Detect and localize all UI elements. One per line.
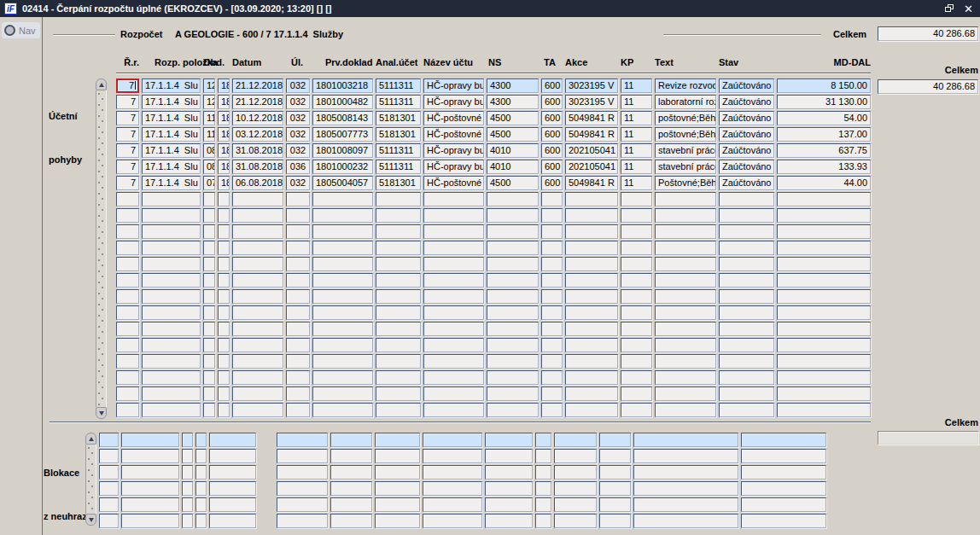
cell-empty[interactable]	[777, 354, 871, 369]
blokace-cell[interactable]	[209, 449, 256, 463]
cell-empty[interactable]	[286, 241, 310, 255]
blokace-cell[interactable]	[277, 514, 328, 528]
cell-empty[interactable]	[541, 273, 563, 288]
cell-empty[interactable]	[565, 387, 618, 401]
cell-empty[interactable]	[777, 305, 871, 320]
cell-empty[interactable]	[312, 273, 373, 288]
cell-rozp-polozka[interactable]: 17.1.1.4 Slu	[142, 111, 201, 125]
cell-empty[interactable]	[203, 370, 215, 385]
cell-empty[interactable]	[218, 192, 230, 206]
cell-ns[interactable]: 4010	[487, 143, 539, 158]
cell-empty[interactable]	[541, 241, 563, 255]
cell-stav[interactable]: Zaúčtováno	[719, 79, 774, 93]
cell-empty[interactable]	[232, 241, 283, 255]
cell-rozp-polozka[interactable]: 17.1.1.4 Slu	[142, 79, 201, 93]
cell-nazev-uctu[interactable]: HČ-poštovné	[423, 111, 484, 125]
cell-empty[interactable]	[286, 208, 310, 223]
blokace-cell[interactable]	[330, 465, 372, 480]
cell-empty[interactable]	[621, 289, 652, 304]
cell-rr[interactable]: 7	[116, 176, 139, 190]
cell-empty[interactable]	[541, 322, 563, 336]
cell-empty[interactable]	[232, 387, 283, 401]
cell-empty[interactable]	[203, 354, 215, 369]
cell-empty[interactable]	[423, 387, 484, 401]
cell-empty[interactable]	[203, 208, 215, 223]
cell-empty[interactable]	[541, 403, 563, 417]
cell-empty[interactable]	[116, 257, 139, 271]
blokace-cell[interactable]	[209, 497, 256, 512]
cell-rr[interactable]: 7	[116, 79, 139, 93]
cell-empty[interactable]	[423, 322, 484, 336]
cell-empty[interactable]	[203, 403, 215, 417]
scroll-up-button[interactable]	[85, 433, 96, 445]
blokace-cell[interactable]	[182, 514, 193, 528]
cell-akce[interactable]: 3023195 V	[565, 79, 618, 93]
blokace-cell[interactable]	[277, 449, 328, 463]
cell-rr[interactable]: 7	[116, 111, 139, 125]
cell-empty[interactable]	[203, 224, 215, 239]
cell-empty[interactable]	[232, 305, 283, 320]
cell-empty[interactable]	[203, 257, 215, 271]
cell-anal-ucet[interactable]: 5181301	[376, 111, 421, 125]
cell-ul[interactable]: 032	[286, 79, 310, 93]
blokace-cell[interactable]	[195, 497, 207, 512]
cell-empty[interactable]	[541, 257, 563, 271]
cell-empty[interactable]	[487, 403, 539, 417]
cell-empty[interactable]	[777, 208, 871, 223]
cell-empty[interactable]	[719, 208, 774, 223]
cell-empty[interactable]	[376, 289, 421, 304]
cell-obd-mesic[interactable]: 11	[203, 127, 215, 142]
blokace-cell[interactable]	[99, 497, 119, 512]
blokace-cell[interactable]	[375, 433, 420, 447]
cell-rozp-polozka[interactable]: 17.1.1.4 Slu	[142, 160, 201, 174]
cell-ta[interactable]: 600	[541, 111, 563, 125]
blokace-cell[interactable]	[535, 465, 551, 480]
blokace-cell[interactable]	[633, 497, 738, 512]
cell-nazev-uctu[interactable]: HČ-opravy bu	[423, 79, 484, 93]
cell-datum[interactable]: 06.08.2018	[232, 176, 283, 190]
cell-md-dal[interactable]: 31 130.00	[777, 95, 871, 109]
blokace-cell[interactable]	[599, 449, 631, 463]
blokace-cell[interactable]	[485, 465, 533, 480]
cell-empty[interactable]	[142, 403, 201, 417]
cell-nazev-uctu[interactable]: HČ-poštovné	[423, 176, 484, 190]
cell-empty[interactable]	[777, 273, 871, 288]
cell-empty[interactable]	[376, 354, 421, 369]
cell-datum[interactable]: 31.08.2018	[232, 160, 283, 174]
row-celkem-field[interactable]: 40 286.68	[878, 79, 978, 94]
blokace-cell[interactable]	[633, 514, 738, 528]
cell-ns[interactable]: 4300	[487, 79, 539, 93]
cell-empty[interactable]	[423, 370, 484, 385]
cell-empty[interactable]	[719, 354, 774, 369]
cell-empty[interactable]	[719, 289, 774, 304]
blokace-cell[interactable]	[375, 481, 420, 496]
cell-empty[interactable]	[719, 322, 774, 336]
cell-ul[interactable]: 032	[286, 111, 310, 125]
cell-empty[interactable]	[376, 370, 421, 385]
cell-empty[interactable]	[565, 273, 618, 288]
cell-empty[interactable]	[286, 403, 310, 417]
cell-ul[interactable]: 032	[286, 176, 310, 190]
cell-empty[interactable]	[218, 224, 230, 239]
cell-empty[interactable]	[565, 192, 618, 206]
blokace-cell[interactable]	[633, 449, 738, 463]
cell-rr[interactable]: 7	[116, 127, 139, 142]
cell-empty[interactable]	[487, 208, 539, 223]
cell-text[interactable]: Revize rozvodů	[655, 79, 716, 93]
cell-empty[interactable]	[655, 192, 716, 206]
cell-md-dal[interactable]: 133.93	[777, 160, 871, 174]
blokace-cell[interactable]	[209, 465, 256, 480]
cell-empty[interactable]	[312, 208, 373, 223]
blokace-cell[interactable]	[121, 433, 179, 447]
cell-nazev-uctu[interactable]: HČ-opravy bu	[423, 143, 484, 158]
cell-ta[interactable]: 600	[541, 143, 563, 158]
cell-text[interactable]: stavební práce	[655, 143, 716, 158]
cell-empty[interactable]	[621, 305, 652, 320]
cell-prv-doklad[interactable]: 1801003218	[312, 79, 373, 93]
blokace-cell[interactable]	[330, 497, 372, 512]
blokace-cell[interactable]	[485, 481, 533, 496]
cell-empty[interactable]	[423, 338, 484, 352]
cell-rozp-polozka[interactable]: 17.1.1.4 Slu	[142, 143, 201, 158]
cell-empty[interactable]	[487, 338, 539, 352]
cell-empty[interactable]	[487, 192, 539, 206]
